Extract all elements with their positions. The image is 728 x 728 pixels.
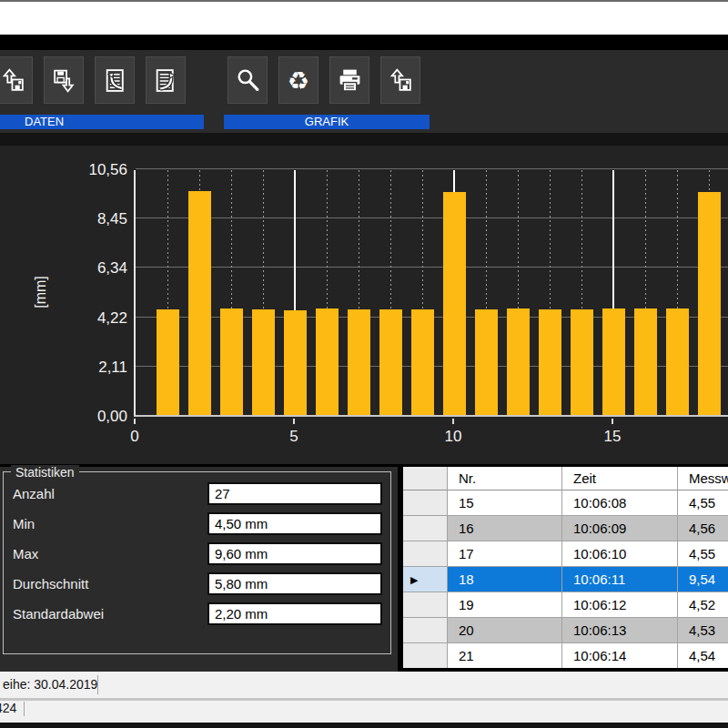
status-bar-2: 424 [0, 698, 728, 720]
min-label: Min [13, 516, 35, 531]
y-tick-label: 4,22 [40, 309, 127, 328]
max-field[interactable] [207, 542, 382, 565]
bar [507, 308, 530, 415]
status-bar-1: eihe: 30.04.2019 [0, 672, 728, 698]
toolbar-group-label-daten: DATEN [0, 115, 204, 129]
table-row-20[interactable]: 2010:06:134,53 [403, 618, 728, 643]
cell-messwert[interactable]: 4,54 [678, 643, 728, 668]
bar [443, 192, 466, 415]
bar [475, 309, 498, 416]
column-header-nr[interactable]: Nr. [448, 467, 562, 490]
bar [316, 308, 339, 415]
bar [698, 192, 721, 415]
cell-nr[interactable]: 17 [448, 541, 562, 567]
row-selector[interactable] [403, 516, 448, 541]
cell-messwert[interactable]: 9,54 [678, 567, 728, 592]
recycle-icon: ♻ [288, 68, 309, 93]
import-data-button[interactable] [95, 56, 135, 104]
status-text-date: eihe: 30.04.2019 [3, 677, 97, 692]
y-tick-label: 2,11 [40, 359, 127, 377]
cell-zeit[interactable]: 10:06:13 [562, 618, 678, 643]
row-selector[interactable] [403, 643, 448, 668]
save-graphic-button[interactable] [380, 56, 420, 104]
max-label: Max [13, 546, 38, 561]
cell-nr[interactable]: 16 [448, 516, 562, 541]
load-data-button[interactable] [0, 56, 33, 104]
table-row-19[interactable]: 1910:06:124,52 [403, 592, 728, 618]
y-tick-label: 6,34 [40, 259, 127, 278]
cell-nr[interactable]: 20 [448, 618, 562, 643]
chart-panel: [mm] 0,002,114,226,348,4510,56051015 [0, 146, 728, 464]
stat-row-max: Max [4, 542, 390, 566]
bar [157, 309, 179, 415]
standardabweichung-label: Standardabwei [13, 606, 104, 622]
x-tick-mark [134, 419, 136, 424]
title-strip [0, 2, 728, 35]
cell-zeit[interactable]: 10:06:10 [562, 541, 678, 567]
bar [379, 309, 402, 415]
stats-group: Statistiken AnzahlMinMaxDurchschnittStan… [3, 471, 391, 654]
x-tick-mark [452, 419, 454, 424]
stats-group-title: Statistiken [11, 465, 79, 480]
y-tick-label: 8,45 [40, 210, 127, 228]
gridline-horizontal [136, 168, 728, 169]
export-data-button[interactable] [146, 56, 186, 104]
column-header-messwert[interactable]: Messwert [678, 467, 728, 490]
bar [284, 310, 307, 415]
x-tick-mark [612, 419, 613, 424]
bar [666, 308, 689, 415]
cell-messwert[interactable]: 4,53 [678, 618, 728, 643]
cell-nr[interactable]: 15 [448, 490, 562, 516]
measurement-table[interactable]: Nr.ZeitMesswert1510:06:084,551610:06:094… [403, 467, 728, 668]
stats-panel: Statistiken AnzahlMinMaxDurchschnittStan… [0, 467, 398, 672]
bottom-section: Statistiken AnzahlMinMaxDurchschnittStan… [0, 467, 728, 672]
table-row-17[interactable]: 1710:06:104,55 [403, 541, 728, 567]
row-selector-header[interactable] [403, 467, 448, 490]
toolbar-group-grafik: ♻GRAFIK [224, 56, 430, 129]
cell-messwert[interactable]: 4,55 [678, 541, 728, 567]
toolbar-group-daten: DATEN [0, 56, 204, 129]
status-bars: eihe: 30.04.2019 424 [0, 672, 728, 723]
zoom-button[interactable] [228, 56, 268, 104]
cell-messwert[interactable]: 4,55 [678, 490, 728, 516]
status-separator [24, 702, 25, 716]
row-selector[interactable] [403, 541, 448, 567]
plot-area[interactable] [134, 170, 728, 417]
cell-messwert[interactable]: 4,52 [678, 592, 728, 618]
cell-zeit[interactable]: 10:06:09 [562, 516, 678, 541]
cell-zeit[interactable]: 10:06:12 [562, 592, 678, 618]
reset-graphic-button[interactable]: ♻ [278, 56, 318, 104]
table-row-21[interactable]: 2110:06:144,54 [403, 643, 728, 668]
table-row-15[interactable]: 1510:06:084,55 [403, 490, 728, 516]
cell-messwert[interactable]: 4,56 [678, 516, 728, 541]
standardabweichung-field[interactable] [207, 602, 382, 625]
cell-zeit[interactable]: 10:06:11 [562, 567, 678, 592]
cell-nr[interactable]: 21 [448, 643, 562, 668]
table-row-18[interactable]: ▶1810:06:119,54 [403, 567, 728, 592]
print-graphic-button[interactable] [329, 56, 369, 104]
x-tick-label: 15 [594, 428, 631, 446]
stat-row-standardabweichung: Standardabwei [4, 602, 390, 626]
table-row-16[interactable]: 1610:06:094,56 [403, 516, 728, 541]
save-data-button[interactable] [44, 56, 84, 104]
status-separator [97, 675, 98, 694]
row-selector[interactable]: ▶ [403, 567, 448, 592]
row-selector[interactable] [403, 490, 448, 516]
anzahl-field[interactable] [207, 482, 382, 505]
min-field[interactable] [207, 512, 382, 535]
durchschnitt-field[interactable] [207, 572, 382, 595]
x-tick-label: 10 [435, 428, 471, 446]
bar [411, 309, 434, 415]
cell-zeit[interactable]: 10:06:08 [562, 490, 678, 516]
document-arrow-out-icon [153, 67, 179, 94]
toolbar: DATEN♻GRAFIK [0, 50, 728, 146]
stat-row-min: Min [4, 512, 390, 536]
bar [252, 309, 275, 415]
cell-nr[interactable]: 19 [448, 592, 562, 618]
cell-zeit[interactable]: 10:06:14 [562, 643, 678, 668]
column-header-zeit[interactable]: Zeit [562, 467, 678, 490]
row-selector[interactable] [403, 618, 448, 643]
floppy-arrow-down-icon [51, 67, 77, 94]
cell-nr[interactable]: 18 [448, 567, 562, 592]
row-selector[interactable] [403, 592, 448, 618]
